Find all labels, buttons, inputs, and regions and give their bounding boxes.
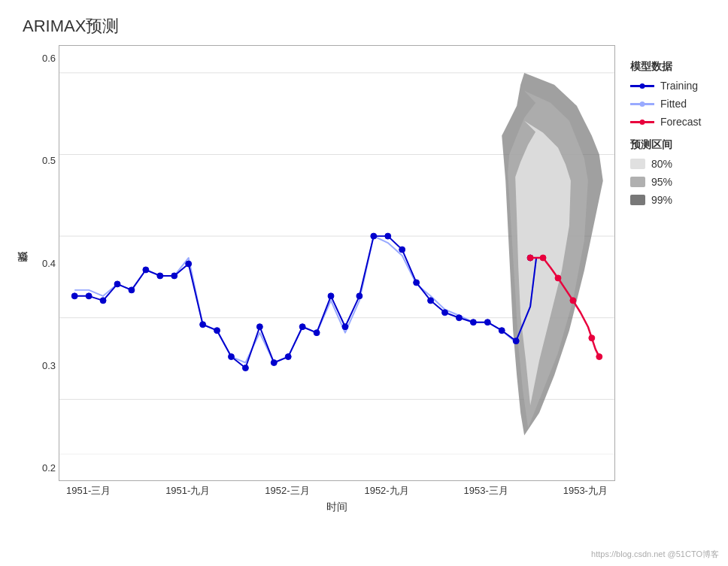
svg-point-34 bbox=[428, 298, 434, 304]
chart-plot bbox=[59, 45, 615, 481]
legend-forecast-line bbox=[630, 121, 654, 123]
svg-point-11 bbox=[100, 298, 106, 304]
watermark: https://blog.csdn.net @51CTO博客 bbox=[591, 549, 719, 560]
svg-point-43 bbox=[540, 255, 546, 261]
svg-point-15 bbox=[157, 273, 163, 279]
legend-training: Training bbox=[630, 80, 728, 92]
svg-point-16 bbox=[171, 273, 177, 279]
svg-point-32 bbox=[399, 247, 405, 253]
ytick-06: 0.6 bbox=[42, 53, 56, 64]
svg-point-36 bbox=[456, 315, 462, 321]
legend-ci-title: 预测区间 bbox=[630, 138, 728, 152]
legend-fitted-label: Fitted bbox=[660, 98, 687, 110]
page-title: ARIMAX预测 bbox=[23, 15, 720, 38]
legend-ci-99-label: 99% bbox=[651, 194, 672, 206]
svg-point-19 bbox=[214, 328, 220, 334]
svg-point-45 bbox=[570, 298, 576, 304]
chart-area: 数据 0.6 0.5 0.4 0.3 0.2 bbox=[15, 45, 720, 556]
svg-point-22 bbox=[256, 324, 262, 330]
xtick-1953-sep: 1953-九月 bbox=[563, 484, 608, 498]
svg-point-17 bbox=[186, 261, 192, 267]
svg-point-46 bbox=[589, 335, 595, 341]
legend-area: 模型数据 Training Fitted Forecast bbox=[615, 45, 728, 212]
legend-forecast: Forecast bbox=[630, 116, 728, 128]
ytick-02: 0.2 bbox=[42, 462, 56, 474]
xtick-1951-sep: 1951-九月 bbox=[165, 484, 210, 498]
svg-point-35 bbox=[442, 310, 448, 316]
svg-point-42 bbox=[527, 255, 533, 261]
svg-point-21 bbox=[242, 365, 248, 371]
legend-ci-80-swatch bbox=[630, 159, 645, 169]
svg-point-38 bbox=[484, 319, 490, 325]
ytick-03: 0.3 bbox=[42, 360, 56, 371]
xtick-1953-mar: 1953-三月 bbox=[464, 484, 508, 498]
legend-model-data-title: 模型数据 bbox=[630, 60, 728, 74]
svg-point-30 bbox=[371, 233, 377, 239]
xtick-1952-mar: 1952-三月 bbox=[265, 484, 309, 498]
ytick-04: 0.4 bbox=[42, 258, 56, 269]
svg-point-29 bbox=[356, 293, 362, 299]
legend-ci-95-swatch bbox=[630, 177, 645, 187]
page-container: ARIMAX预测 数据 0.6 0.5 0.4 0.3 0.2 bbox=[0, 0, 728, 566]
y-axis-ticks: 0.6 0.5 0.4 0.3 0.2 bbox=[32, 45, 59, 481]
svg-point-23 bbox=[271, 360, 277, 366]
svg-point-39 bbox=[499, 328, 505, 334]
svg-point-47 bbox=[596, 354, 602, 360]
legend-fitted: Fitted bbox=[630, 98, 728, 110]
svg-point-24 bbox=[285, 354, 291, 360]
svg-point-20 bbox=[229, 354, 235, 360]
svg-point-26 bbox=[314, 330, 320, 336]
legend-fitted-dot bbox=[640, 101, 645, 107]
svg-point-9 bbox=[71, 293, 77, 299]
chart-inner: 0.6 0.5 0.4 0.3 0.2 bbox=[32, 45, 615, 514]
svg-point-37 bbox=[470, 319, 476, 325]
legend-training-line bbox=[630, 85, 654, 87]
svg-point-13 bbox=[129, 287, 135, 293]
svg-point-33 bbox=[414, 280, 420, 286]
svg-point-25 bbox=[299, 324, 305, 330]
legend-ci-99: 99% bbox=[630, 194, 728, 206]
legend-forecast-dot bbox=[640, 120, 645, 125]
x-axis-title: 时间 bbox=[59, 501, 615, 514]
xtick-1951-mar: 1951-三月 bbox=[66, 484, 111, 498]
xtick-1952-sep: 1952-九月 bbox=[364, 484, 408, 498]
legend-training-label: Training bbox=[660, 80, 698, 92]
svg-point-14 bbox=[143, 267, 149, 273]
legend-ci-80: 80% bbox=[630, 158, 728, 170]
svg-point-28 bbox=[342, 324, 348, 330]
x-axis-labels: 1951-三月 1951-九月 1952-三月 1952-九月 1953-三月 … bbox=[59, 484, 615, 498]
svg-point-10 bbox=[86, 293, 92, 299]
legend-ci-95: 95% bbox=[630, 176, 728, 188]
svg-point-40 bbox=[513, 338, 519, 344]
legend-ci-80-label: 80% bbox=[651, 158, 672, 170]
y-axis-label: 数据 bbox=[15, 53, 29, 489]
chart-svg bbox=[59, 46, 614, 480]
svg-point-18 bbox=[200, 322, 206, 328]
ytick-05: 0.5 bbox=[42, 155, 56, 166]
legend-forecast-label: Forecast bbox=[660, 116, 701, 128]
legend-fitted-line bbox=[630, 103, 654, 105]
svg-point-31 bbox=[385, 233, 391, 239]
legend-ci-99-swatch bbox=[630, 195, 645, 205]
legend-training-dot bbox=[640, 83, 645, 89]
legend-ci-95-label: 95% bbox=[651, 176, 672, 188]
svg-point-12 bbox=[114, 281, 120, 287]
svg-point-44 bbox=[555, 275, 561, 281]
svg-point-27 bbox=[328, 293, 334, 299]
